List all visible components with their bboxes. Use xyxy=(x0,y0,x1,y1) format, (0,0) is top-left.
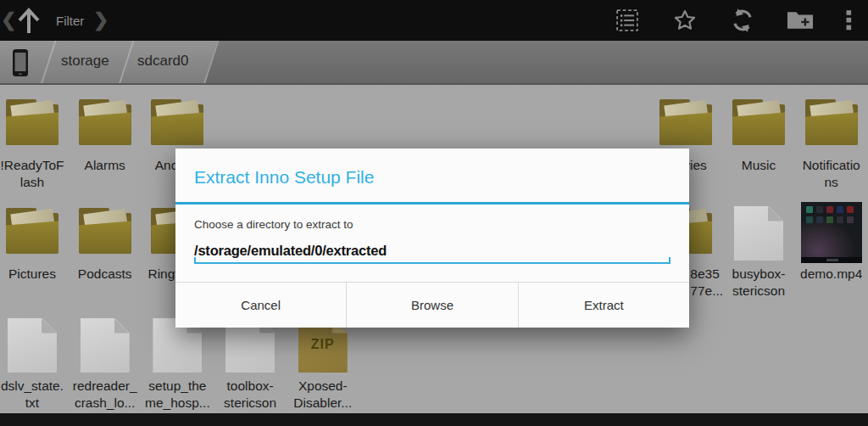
extract-dialog: Extract Inno Setup File Choose a directo… xyxy=(175,149,689,328)
new-folder-icon[interactable] xyxy=(771,0,829,41)
folder-icon xyxy=(77,207,133,258)
dialog-message: Choose a directory to extract to xyxy=(175,205,689,231)
refresh-icon[interactable] xyxy=(714,0,771,41)
grid-item[interactable]: Pictures xyxy=(0,202,69,308)
grid-item-label: redreader_ crash_lo... xyxy=(69,378,142,412)
path-input-value: /storage/emulated/0/extracted xyxy=(194,243,387,258)
grid-item-label: dslv_state. txt xyxy=(0,378,69,412)
overflow-menu-icon[interactable] xyxy=(829,0,868,41)
folder-icon xyxy=(4,207,60,258)
browse-button[interactable]: Browse xyxy=(346,283,517,328)
file-icon xyxy=(734,206,783,261)
file-icon xyxy=(81,318,130,373)
grid-item[interactable]: Notificatio ns xyxy=(795,93,868,199)
zip-badge: ZIP xyxy=(298,337,348,352)
filter-button[interactable]: Filter xyxy=(56,14,84,28)
grid-item-label: Alarms xyxy=(69,157,142,174)
grid-item[interactable]: demo.mp4 xyxy=(795,202,868,308)
breadcrumb-segment-storage[interactable]: storage xyxy=(61,53,109,70)
grid-item[interactable]: redreader_ crash_lo... xyxy=(69,314,142,420)
grid-item[interactable]: setup_the me_hosp... xyxy=(141,314,214,420)
grid-item-label: toolbox- stericson xyxy=(214,378,287,412)
input-underline xyxy=(194,262,670,264)
cancel-button[interactable]: Cancel xyxy=(175,283,346,328)
grid-item-label: Notificatio ns xyxy=(795,157,868,191)
multi-select-icon[interactable] xyxy=(598,0,656,41)
video-thumbnail xyxy=(801,202,862,263)
grid-item[interactable]: toolbox- stericson xyxy=(214,314,287,420)
extract-button[interactable]: Extract xyxy=(518,283,689,328)
up-arrow-icon[interactable] xyxy=(14,4,44,36)
grid-item-label: !ReadyToF lash xyxy=(0,157,69,191)
app-screen: ❮ Filter ❯ xyxy=(0,0,868,426)
breadcrumb-segment-sdcard0[interactable]: sdcard0 xyxy=(137,53,188,70)
grid-item[interactable]: Music xyxy=(722,93,795,199)
grid-item-label: Podcasts xyxy=(69,266,142,283)
grid-item-label: Music xyxy=(722,157,795,174)
folder-icon xyxy=(77,98,133,149)
top-toolbar: ❮ Filter ❯ xyxy=(0,0,868,41)
grid-item[interactable]: busybox- stericson xyxy=(722,202,795,308)
folder-icon xyxy=(804,98,860,149)
grid-item[interactable]: Podcasts xyxy=(69,202,142,308)
dialog-title: Extract Inno Setup File xyxy=(175,149,689,202)
device-phone-icon[interactable] xyxy=(10,48,31,77)
file-icon xyxy=(8,318,57,373)
folder-icon xyxy=(731,98,787,149)
bookmarks-star-icon[interactable] xyxy=(656,0,714,41)
bottom-bar xyxy=(0,413,868,426)
path-input[interactable]: /storage/emulated/0/extracted xyxy=(188,243,676,264)
pager-right-icon[interactable]: ❯ xyxy=(93,9,108,31)
grid-item-label: Xposed- Disabler... xyxy=(287,378,359,412)
grid-item[interactable]: Alarms xyxy=(69,93,142,199)
grid-item[interactable]: !ReadyToF lash xyxy=(0,93,69,199)
toolbar-actions xyxy=(598,0,868,41)
grid-item-label: demo.mp4 xyxy=(795,266,868,283)
folder-icon xyxy=(658,98,714,149)
grid-item[interactable]: dslv_state. txt xyxy=(0,314,69,420)
grid-item-label: setup_the me_hosp... xyxy=(141,378,214,412)
breadcrumb: storage sdcard0 xyxy=(0,41,868,85)
grid-item[interactable]: ZIPXposed- Disabler... xyxy=(287,314,359,420)
grid-item-label: busybox- stericson xyxy=(722,266,795,300)
dialog-button-bar: Cancel Browse Extract xyxy=(175,282,689,328)
folder-icon xyxy=(4,98,60,149)
folder-icon xyxy=(149,98,205,149)
grid-item-label: Pictures xyxy=(0,266,69,283)
